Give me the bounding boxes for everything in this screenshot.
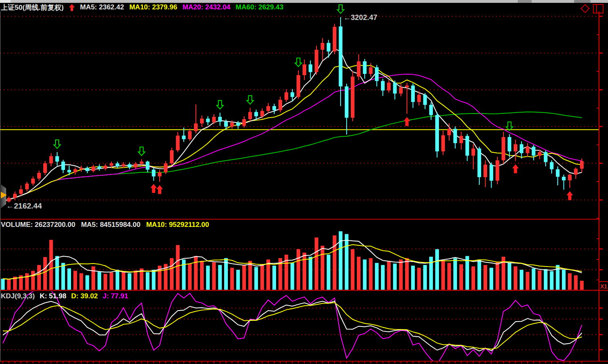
kdj-header: KDJ(9,3,3) K: 51.98 D: 39.02 J: 77.91 [1,292,128,300]
candle [472,149,475,156]
candle [417,95,421,102]
volume-bar [272,266,276,290]
volume-bar [538,271,541,290]
volume-ma10-value: MA10: 95292112.00 [146,221,209,229]
candle [568,175,572,180]
candle [290,92,294,97]
volume-bar [321,246,324,290]
volume-bar [170,258,174,290]
volume-bar [285,255,288,290]
ma10-line [3,65,582,201]
candle [91,166,95,171]
candle [339,27,343,87]
volume-bar [104,274,107,290]
volume-panel[interactable] [0,231,599,290]
volume-bar [188,264,192,290]
volume-bar [230,268,234,290]
volume-bar [363,260,367,290]
candle [453,129,457,143]
volume-bar [315,237,318,290]
candle [224,122,228,127]
candle [351,77,354,118]
candle [327,43,330,51]
candle [477,149,481,177]
volume-bar [49,240,53,290]
candlestick-panel[interactable] [0,5,599,203]
candle [98,166,101,169]
volume-bar [550,271,554,290]
candle [140,162,143,164]
volume-bar [212,262,216,290]
volume-bar [206,266,210,290]
candle [85,168,89,171]
volume-bar [399,260,403,290]
volume-bar [520,270,523,290]
candle [490,164,493,180]
volume-ma5-value: MA5: 84515984.00 [81,221,140,229]
candle [296,75,300,97]
volume-bar [393,264,397,290]
volume-bar [574,275,578,290]
sell-signal-arrow-icon [138,147,145,155]
chart-plot[interactable] [0,0,608,364]
candle [375,67,379,81]
candle [423,95,427,105]
candle [122,164,125,166]
volume-bar [411,266,415,290]
volume-bar [496,262,499,290]
low-price-annotation: ←2162.44 [6,202,42,211]
volume-bar [568,273,572,290]
trading-app-window: 上证50(周线.前复权) MA5: 2362.42 MA10: 2379.96 … [0,0,608,364]
candle [73,169,77,172]
volume-bar [405,258,409,290]
volume-bar [98,272,101,290]
candle [212,117,216,122]
volume-bar [290,263,294,290]
candle [435,115,439,151]
candle [405,86,409,87]
candle [236,123,240,126]
volume-bar [423,265,427,290]
candle [508,137,511,151]
candle [254,112,258,116]
candle [43,163,47,173]
candle [116,163,119,166]
volume-bar [369,258,372,290]
candle [532,147,535,156]
split-window-icon[interactable] [593,4,604,13]
volume-bar [25,273,29,290]
volume-bar [477,260,481,290]
candle [49,156,53,164]
main-chart-header: 上证50(周线.前复权) MA5: 2362.42 MA10: 2379.96 … [1,3,283,12]
candle [429,105,433,115]
volume-bar [490,268,493,290]
volume-bar [134,271,137,290]
candle [13,194,17,198]
candle [285,92,288,100]
candle [278,100,282,110]
volume-bar [514,266,517,290]
volume-bar [508,263,511,290]
candle [67,170,71,173]
volume-bar [345,234,348,290]
candle [514,144,517,151]
volume-bar [387,261,391,290]
kdj-d-value: D: 39.02 [71,292,98,300]
sell-signal-arrow-icon [247,95,254,104]
volume-value: VOLUME: 26237200.00 [1,221,75,229]
candle [580,161,584,169]
candle [200,119,204,124]
sell-signal-arrow-icon [337,5,344,13]
sell-signal-arrow-icon [295,58,302,67]
volume-bar [218,265,222,290]
candle [496,160,499,181]
candle [411,86,415,102]
candle [55,156,59,162]
kdj-k-value: K: 51.98 [40,292,66,300]
candle [538,152,541,156]
candle [170,150,174,163]
sell-signal-arrow-icon [217,100,223,109]
kdj-panel[interactable] [0,289,599,364]
volume-bar [194,256,198,290]
candle [309,64,312,72]
